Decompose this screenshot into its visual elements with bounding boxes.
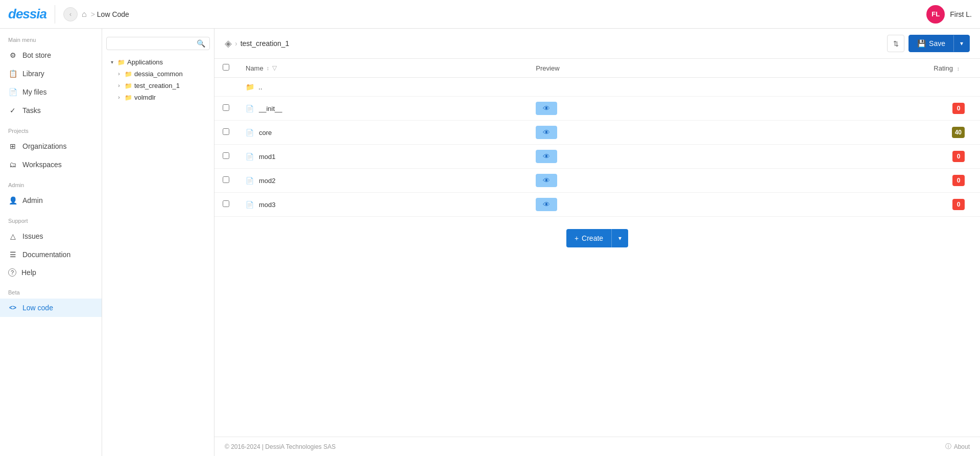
create-button-group: + Create ▾ (566, 229, 628, 247)
breadcrumb-sep: > (91, 10, 95, 18)
search-box[interactable]: 🔍 (106, 37, 210, 50)
row-checkbox-mod3[interactable] (223, 200, 229, 207)
create-bar: + Create ▾ (214, 217, 980, 260)
sidebar-item-my-files[interactable]: 📄 My files (0, 83, 102, 101)
search-input[interactable] (111, 40, 197, 48)
main-area: 🔍 ▾ 📁 Applications › 📁 dessia_common › (102, 29, 980, 456)
th-rating: Rating ↕ (681, 59, 980, 78)
rating-sort-icon[interactable]: ↕ (957, 65, 960, 72)
preview-button-init[interactable]: 👁 (536, 102, 557, 115)
table-header: Name ↕ ▽ Preview Rating ↕ (214, 59, 980, 78)
chevron-down-create-icon: ▾ (618, 235, 622, 242)
select-all-checkbox[interactable] (223, 64, 229, 71)
organizations-icon: ⊞ (8, 142, 17, 151)
save-icon: 💾 (917, 39, 926, 48)
row-checkbox-core[interactable] (223, 128, 229, 135)
file-name-mod1: 📄 mod1 (237, 145, 528, 169)
eye-icon-core: 👁 (543, 128, 550, 136)
sidebar-item-library[interactable]: 📋 Library (0, 64, 102, 83)
rating-cell-core: 40 (681, 121, 980, 145)
preview-button-mod2[interactable]: 👁 (536, 174, 557, 187)
preview-cell-parent (528, 78, 681, 97)
tree-children-applications: › 📁 dessia_common › 📁 test_creation_1 › … (106, 68, 210, 103)
checkbox-cell-mod1[interactable] (214, 145, 237, 169)
filter-button[interactable]: ⇅ (887, 35, 904, 52)
sidebar-label-issues: Issues (22, 232, 43, 240)
info-icon: ⓘ (945, 442, 951, 451)
name-filter-icon[interactable]: ▽ (272, 64, 277, 72)
tree-item-volmdlr[interactable]: › 📁 volmdlr (113, 92, 210, 103)
sidebar-item-issues[interactable]: △ Issues (0, 227, 102, 245)
preview-cell-mod1: 👁 (528, 145, 681, 169)
sidebar-item-low-code[interactable]: <> Low code (0, 299, 102, 317)
file-icon-mod2: 📄 (246, 177, 254, 185)
sidebar-label-organizations: Organizations (22, 142, 66, 150)
sidebar-label-bot-store: Bot store (22, 51, 51, 59)
sidebar-label-workspaces: Workspaces (22, 161, 62, 169)
breadcrumb-folder-icon: ◈ (225, 38, 232, 49)
nav-back-button[interactable]: ‹ (63, 7, 78, 21)
col-name-label: Name (246, 64, 264, 72)
save-button[interactable]: 💾 Save (909, 35, 954, 52)
breadcrumb-sep-content: › (235, 39, 237, 48)
rating-badge-core: 40 (952, 127, 965, 138)
file-name-parent: 📁 .. (237, 78, 528, 97)
content-header: ◈ › test_creation_1 ⇅ 💾 Save ▾ (214, 29, 980, 59)
table-row: 📄 __init__ 👁 0 (214, 97, 980, 121)
eye-icon-init: 👁 (543, 104, 550, 112)
save-label: Save (929, 39, 945, 48)
folder-icon-volmdlr: 📁 (125, 94, 132, 101)
sidebar-item-workspaces[interactable]: 🗂 Workspaces (0, 155, 102, 174)
about-link[interactable]: ⓘ About (945, 442, 970, 451)
save-dropdown-button[interactable]: ▾ (954, 35, 969, 52)
sidebar-label-tasks: Tasks (22, 106, 41, 115)
th-name: Name ↕ ▽ (237, 59, 528, 78)
create-button[interactable]: + Create (566, 229, 612, 247)
home-icon[interactable]: ⌂ (82, 10, 87, 19)
sidebar-item-help[interactable]: ? Help (0, 264, 102, 281)
sidebar-item-tasks[interactable]: ✓ Tasks (0, 101, 102, 120)
tree-item-test-creation-1[interactable]: › 📁 test_creation_1 (113, 80, 210, 92)
file-table: Name ↕ ▽ Preview Rating ↕ (214, 59, 980, 217)
preview-button-mod3[interactable]: 👁 (536, 198, 557, 211)
tree-label-dessia-common: dessia_common (134, 70, 183, 78)
sidebar-item-bot-store[interactable]: ⚙ Bot store (0, 46, 102, 64)
checkbox-cell-init[interactable] (214, 97, 237, 121)
sidebar-item-documentation[interactable]: ☰ Documentation (0, 245, 102, 264)
tree-label-applications: Applications (127, 58, 163, 66)
tree-item-dessia-common[interactable]: › 📁 dessia_common (113, 68, 210, 80)
about-label: About (954, 443, 970, 450)
checkbox-cell-mod2[interactable] (214, 169, 237, 193)
rating-badge-mod1: 0 (952, 151, 965, 162)
th-preview: Preview (528, 59, 681, 78)
tree-item-applications[interactable]: ▾ 📁 Applications (106, 56, 210, 68)
preview-button-core[interactable]: 👁 (536, 126, 557, 139)
avatar[interactable]: FL (926, 5, 945, 24)
row-checkbox-mod1[interactable] (223, 152, 229, 159)
checkbox-cell-core[interactable] (214, 121, 237, 145)
main-menu-label: Main menu (0, 29, 102, 46)
file-table-wrapper: Name ↕ ▽ Preview Rating ↕ (214, 59, 980, 437)
tree-label-volmdlr: volmdlr (134, 94, 156, 101)
row-checkbox-init[interactable] (223, 104, 229, 111)
topbar-breadcrumb: > Low Code (91, 10, 129, 18)
sidebar-item-organizations[interactable]: ⊞ Organizations (0, 137, 102, 155)
file-icon-mod1: 📄 (246, 153, 254, 161)
file-name-mod2: 📄 mod2 (237, 169, 528, 193)
topbar-left: dessia ‹ ⌂ > Low Code (8, 5, 129, 24)
library-icon: 📋 (8, 69, 17, 78)
chevron-down-icon: ▾ (108, 59, 115, 66)
table-row: 📄 mod1 👁 0 (214, 145, 980, 169)
sidebar-item-admin[interactable]: 👤 Admin (0, 191, 102, 210)
row-checkbox-mod2[interactable] (223, 176, 229, 183)
file-icon-core: 📄 (246, 129, 254, 136)
checkbox-cell-mod3[interactable] (214, 193, 237, 217)
rating-badge-mod3: 0 (952, 199, 965, 210)
user-name: First L. (950, 10, 972, 18)
header-actions: ⇅ 💾 Save ▾ (887, 35, 970, 52)
rating-cell-mod1: 0 (681, 145, 980, 169)
name-sort-icon[interactable]: ↕ (267, 65, 270, 71)
preview-button-mod1[interactable]: 👁 (536, 150, 557, 163)
rating-cell-mod2: 0 (681, 169, 980, 193)
create-dropdown-button[interactable]: ▾ (612, 229, 628, 247)
